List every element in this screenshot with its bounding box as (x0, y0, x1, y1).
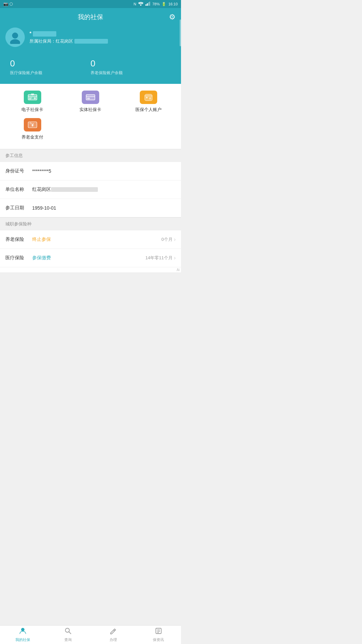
name-redacted (33, 31, 56, 37)
battery-status: 78% (152, 2, 160, 6)
page-title: 我的社保 (78, 13, 103, 21)
svg-point-6 (10, 39, 20, 44)
company-name-value: 红花岗区 (32, 186, 176, 193)
signal-icon (145, 2, 150, 6)
work-date-value: 1959-10-01 (32, 205, 176, 211)
pension-insurance-row[interactable]: 养老保险 终止参保 0个月 › (0, 230, 181, 249)
svg-rect-1 (145, 4, 146, 6)
medical-label: 医疗保险账户余额 (10, 70, 90, 76)
medical-insurance-label: 医疗保险 (5, 255, 32, 261)
svg-rect-12 (86, 96, 95, 97)
battery-icon: 🔋 (162, 2, 166, 6)
pension-insurance-status: 终止参保 (32, 236, 51, 243)
pension-insurance-label: 养老保险 (5, 236, 32, 243)
balance-section: 0 医疗保险账户余额 0 养老保险账户余额 (0, 55, 181, 84)
work-info-header: 参工信息 (0, 149, 181, 162)
svg-rect-4 (149, 2, 150, 6)
physical-card-icon (82, 91, 99, 104)
id-number-label: 身份证号 (5, 168, 32, 174)
id-number-row: 身份证号 *********5 (0, 162, 181, 180)
wifi-icon (138, 2, 143, 6)
shortcuts-section: 电子社保卡 实体社保卡 (0, 84, 181, 149)
insurance-header: 城职参保险种 (0, 217, 181, 230)
electronic-card-icon (24, 91, 41, 104)
medical-insurance-duration: 14年零11个月 › (145, 255, 176, 261)
medical-account-icon (140, 91, 157, 104)
work-date-row: 参工日期 1959-10-01 (0, 199, 181, 217)
svg-rect-13 (87, 98, 90, 99)
svg-point-0 (140, 4, 141, 6)
status-left-icon: 📷 ⬡ (3, 2, 13, 6)
medical-account-label: 医保个人账户 (135, 107, 162, 113)
time-display: 16:10 (168, 2, 178, 6)
pension-payment-label: 养老金支付 (21, 134, 43, 140)
physical-card-label: 实体社保卡 (79, 107, 101, 113)
company-name-label: 单位名称 (5, 186, 32, 193)
pension-amount: 0 (90, 58, 171, 69)
app-header: 我的社保 ⚙ (0, 8, 181, 21)
medical-chevron-icon: › (174, 255, 176, 261)
electronic-card-label: 电子社保卡 (21, 107, 43, 113)
company-redacted (51, 187, 98, 192)
shortcut-electronic-card[interactable]: 电子社保卡 (3, 91, 61, 113)
profile-org: 所属社保局：红花岗区 (29, 38, 108, 44)
settings-button[interactable]: ⚙ (169, 13, 176, 21)
shortcut-medical-account[interactable]: 医保个人账户 (120, 91, 178, 113)
company-name-row: 单位名称 红花岗区 (0, 180, 181, 199)
medical-amount: 0 (10, 58, 90, 69)
avatar (5, 28, 25, 47)
watermark: Ai (0, 267, 181, 272)
status-bar: 📷 ⬡ N 78% 🔋 16:10 (0, 0, 181, 8)
pension-label: 养老保险账户余额 (90, 70, 171, 76)
nfc-icon: N (133, 2, 136, 6)
svg-point-5 (12, 33, 18, 39)
svg-text:¥: ¥ (31, 122, 34, 127)
work-date-label: 参工日期 (5, 205, 32, 211)
shortcut-physical-card[interactable]: 实体社保卡 (61, 91, 119, 113)
profile-name: * (29, 30, 108, 36)
scroll-indicator (180, 19, 181, 46)
medical-insurance-row[interactable]: 医疗保险 参保缴费 14年零11个月 › (0, 249, 181, 267)
medical-balance: 0 医疗保险账户余额 (10, 58, 90, 76)
svg-rect-2 (147, 3, 148, 6)
id-number-value: *********5 (32, 168, 176, 174)
profile-section: * 所属社保局：红花岗区 (0, 28, 181, 55)
org-redacted (74, 39, 108, 44)
medical-insurance-status: 参保缴费 (32, 255, 51, 261)
profile-info: * 所属社保局：红花岗区 (29, 30, 108, 44)
shortcut-pension-payment[interactable]: ¥ 养老金支付 (3, 118, 61, 140)
svg-rect-3 (148, 2, 149, 6)
pension-insurance-duration: 0个月 › (161, 236, 176, 243)
pension-balance: 0 养老保险账户余额 (90, 58, 171, 76)
pension-chevron-icon: › (174, 236, 176, 243)
pension-payment-icon: ¥ (24, 118, 41, 131)
svg-point-9 (34, 97, 36, 99)
svg-rect-8 (28, 96, 37, 97)
